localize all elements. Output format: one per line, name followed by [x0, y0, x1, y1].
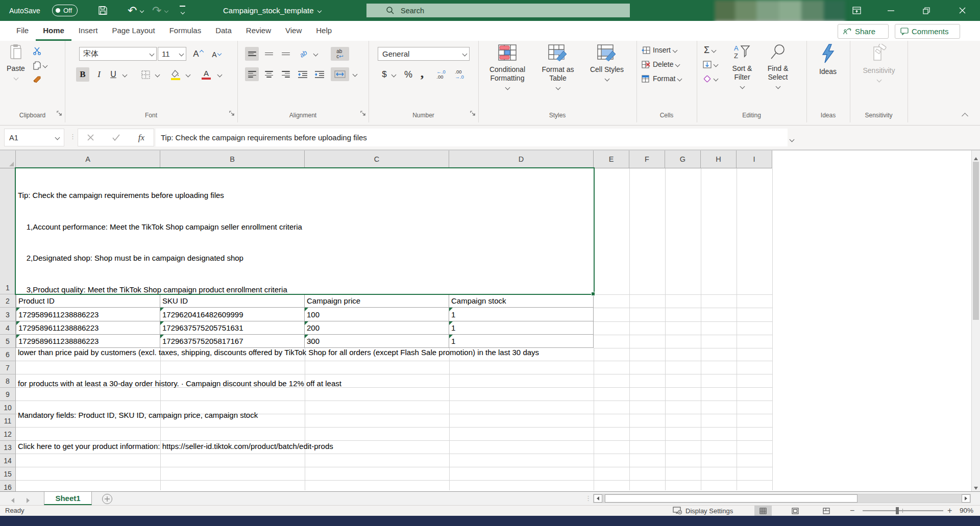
cell-D3[interactable]: 1 — [449, 308, 594, 321]
borders-button[interactable] — [139, 67, 152, 82]
row-header-11[interactable]: 11 — [0, 414, 16, 428]
font-color-chevron[interactable] — [216, 67, 223, 82]
cell-C4[interactable]: 200 — [305, 321, 449, 335]
row-header-12[interactable]: 12 — [0, 428, 16, 441]
column-header-D[interactable]: D — [449, 151, 594, 168]
format-painter-button[interactable] — [32, 74, 43, 85]
tab-view[interactable]: View — [278, 21, 309, 41]
increase-font-size-button[interactable]: A — [190, 47, 206, 61]
tab-data[interactable]: Data — [208, 21, 239, 41]
row-header-9[interactable]: 9 — [0, 388, 16, 401]
tab-file[interactable]: File — [9, 21, 36, 41]
minimize-button[interactable] — [879, 0, 902, 21]
top-align-button[interactable] — [245, 47, 259, 61]
search-box[interactable]: Search — [366, 4, 630, 17]
cell-B3[interactable]: 1729620416482609999 — [160, 308, 305, 321]
customize-quick-access-button[interactable] — [180, 0, 185, 21]
column-header-B[interactable]: B — [160, 151, 305, 168]
column-header-I[interactable]: I — [737, 151, 772, 168]
select-all-corner[interactable] — [0, 151, 16, 168]
tabbar-splitter[interactable]: ⋮ — [585, 494, 592, 502]
clear-button[interactable] — [703, 75, 718, 83]
cell-A4[interactable]: 1729589611238886223 — [16, 321, 160, 335]
next-sheet-arrow[interactable] — [27, 496, 30, 505]
orientation-chevron[interactable] — [312, 47, 319, 61]
add-sheet-button[interactable] — [102, 494, 112, 504]
cut-button[interactable] — [32, 46, 43, 56]
tab-insert[interactable]: Insert — [71, 21, 105, 41]
row-header-5[interactable]: 5 — [0, 335, 16, 348]
copy-button[interactable] — [31, 60, 49, 70]
row-header-8[interactable]: 8 — [0, 374, 16, 388]
row-header-6[interactable]: 6 — [0, 348, 16, 361]
sheet-grid[interactable]: A B C D E F G H I 1 2 3 4 5 6 7 8 9 10 1… — [0, 151, 980, 491]
merge-center-button[interactable] — [331, 67, 349, 81]
row-header-14[interactable]: 14 — [0, 454, 16, 467]
column-header-H[interactable]: H — [701, 151, 737, 168]
autosum-button[interactable]: Σ — [704, 45, 716, 56]
namebox-splitter[interactable]: ⋮ — [69, 133, 76, 140]
number-format-combo[interactable]: General — [378, 47, 470, 61]
cell-styles-button[interactable]: Cell Styles — [583, 44, 630, 83]
autosave-toggle[interactable]: Off — [47, 0, 78, 21]
cell-A5[interactable]: 1729589611238886223 — [16, 335, 160, 348]
cell-D5[interactable]: 1 — [449, 335, 594, 348]
row-header-1[interactable]: 1 — [0, 168, 16, 294]
wrap-text-button[interactable]: abc↩ — [331, 47, 349, 61]
column-header-E[interactable]: E — [594, 151, 629, 168]
insert-function-button[interactable]: fx — [138, 133, 144, 143]
column-header-G[interactable]: G — [665, 151, 701, 168]
zoom-slider-track[interactable] — [863, 510, 943, 511]
tab-page-layout[interactable]: Page Layout — [105, 21, 162, 41]
paste-button[interactable]: Paste — [4, 44, 28, 82]
scroll-right-arrow[interactable] — [962, 494, 970, 503]
restore-button[interactable] — [915, 0, 938, 21]
bold-button[interactable]: B — [76, 67, 89, 82]
column-header-A[interactable]: A — [16, 151, 160, 168]
zoom-slider-thumb[interactable] — [896, 507, 899, 514]
italic-button[interactable]: I — [93, 67, 105, 82]
align-left-button[interactable] — [245, 67, 259, 81]
close-button[interactable] — [950, 0, 974, 21]
tab-help[interactable]: Help — [309, 21, 339, 41]
row-header-15[interactable]: 15 — [0, 467, 16, 481]
font-size-combo[interactable]: 11 — [158, 47, 186, 61]
decrease-indent-button[interactable] — [296, 67, 309, 81]
row-header-4[interactable]: 4 — [0, 321, 16, 335]
comma-style-button[interactable]: , — [418, 66, 427, 81]
share-button[interactable]: Share — [838, 24, 889, 39]
scroll-up-arrow[interactable] — [974, 153, 978, 162]
cell-C3[interactable]: 100 — [305, 308, 449, 321]
document-title[interactable]: Campaign_stock_template — [223, 0, 321, 21]
format-as-table-button[interactable]: Format as Table — [534, 44, 581, 92]
decrease-decimal-button[interactable]: .00→.0 — [451, 67, 468, 82]
cell-B5[interactable]: 1729637575205817167 — [160, 335, 305, 348]
cell-A2[interactable]: Product ID — [16, 294, 160, 308]
column-header-F[interactable]: F — [629, 151, 665, 168]
row-header-2[interactable]: 2 — [0, 294, 16, 308]
alignment-dialog-launcher[interactable] — [360, 109, 366, 118]
increase-decimal-button[interactable]: ←.0.00 — [433, 67, 449, 82]
insert-cells-button[interactable]: Insert — [642, 46, 677, 54]
percent-style-button[interactable]: % — [402, 67, 414, 82]
ideas-button[interactable]: Ideas — [813, 44, 843, 76]
name-box[interactable]: A1 — [4, 129, 64, 146]
tab-home[interactable]: Home — [36, 21, 71, 41]
clipboard-dialog-launcher[interactable] — [57, 109, 62, 118]
cell-C2[interactable]: Campaign price — [305, 294, 449, 308]
vertical-scroll-thumb[interactable] — [973, 162, 979, 320]
horizontal-scrollbar[interactable] — [593, 494, 971, 503]
display-settings-button[interactable]: Display Settings — [673, 506, 733, 516]
accounting-format-button[interactable]: $ — [380, 67, 389, 82]
fill-color-chevron[interactable] — [184, 67, 191, 82]
format-cells-button[interactable]: Format — [642, 74, 681, 83]
sort-filter-button[interactable]: AZ Sort & Filter — [725, 44, 759, 91]
cell-C5[interactable]: 300 — [305, 335, 449, 348]
row-header-16[interactable]: 16 — [0, 481, 16, 491]
find-select-button[interactable]: Find & Select — [761, 44, 795, 91]
cell-B4[interactable]: 1729637575205751631 — [160, 321, 305, 335]
zoom-level[interactable]: 90% — [960, 507, 973, 514]
fill-button[interactable] — [703, 61, 718, 68]
collapse-ribbon-button[interactable] — [963, 111, 967, 120]
scroll-left-arrow[interactable] — [594, 494, 602, 503]
